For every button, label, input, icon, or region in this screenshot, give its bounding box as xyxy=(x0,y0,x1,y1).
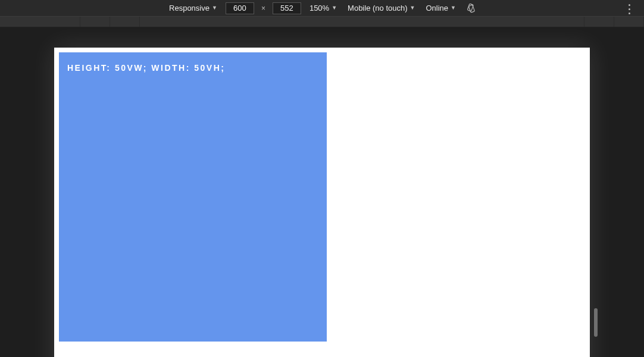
viewport-width-input[interactable] xyxy=(226,2,254,14)
device-select[interactable]: Responsive ▼ xyxy=(167,4,220,12)
ruler-segment xyxy=(584,17,614,27)
dimension-separator: × xyxy=(260,4,267,12)
ruler-segment xyxy=(140,17,555,27)
rendered-page: HEIGHT: 50VW; WIDTH: 50VH; xyxy=(54,48,590,357)
kebab-icon xyxy=(629,8,630,10)
ruler-segment xyxy=(614,17,644,27)
device-select-label: Responsive xyxy=(169,4,210,12)
viewport-stage: HEIGHT: 50VW; WIDTH: 50VH; xyxy=(0,27,644,357)
throttling-select[interactable]: Mobile (no touch) ▼ xyxy=(345,4,417,12)
more-options-button[interactable] xyxy=(623,2,636,15)
device-toolbar-group: Responsive ▼ × 150% ▼ Mobile (no touch) … xyxy=(167,2,477,15)
network-label: Online xyxy=(426,4,448,12)
ruler-segment xyxy=(110,17,140,27)
zoom-label: 150% xyxy=(310,4,329,12)
chevron-down-icon: ▼ xyxy=(332,5,337,11)
kebab-icon xyxy=(629,12,630,14)
ruler-bar xyxy=(0,17,644,27)
demo-box: HEIGHT: 50VW; WIDTH: 50VH; xyxy=(59,52,327,342)
network-select[interactable]: Online ▼ xyxy=(423,4,458,12)
ruler-segment xyxy=(0,17,80,27)
scrollbar-thumb[interactable] xyxy=(594,308,598,337)
viewport-height-input[interactable] xyxy=(273,2,301,14)
ruler-segment xyxy=(555,17,584,27)
zoom-select[interactable]: 150% ▼ xyxy=(307,4,339,12)
rotate-icon[interactable] xyxy=(464,2,477,15)
throttling-label: Mobile (no touch) xyxy=(348,4,407,12)
kebab-icon xyxy=(629,4,630,6)
demo-box-label: HEIGHT: 50VW; WIDTH: 50VH; xyxy=(67,63,318,73)
chevron-down-icon: ▼ xyxy=(451,5,456,11)
device-toolbar: Responsive ▼ × 150% ▼ Mobile (no touch) … xyxy=(0,0,644,17)
svg-rect-1 xyxy=(468,5,474,12)
chevron-down-icon: ▼ xyxy=(410,5,415,11)
chevron-down-icon: ▼ xyxy=(212,5,217,11)
ruler-segment xyxy=(80,17,110,27)
